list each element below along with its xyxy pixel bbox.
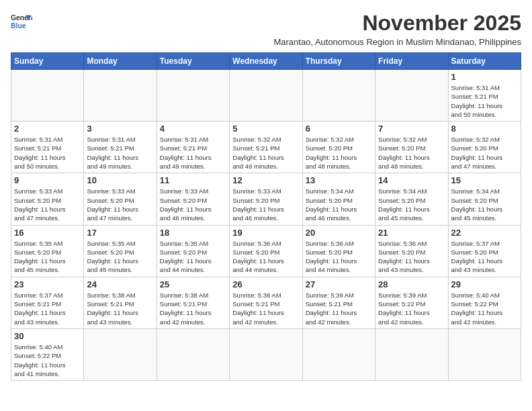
day-info: Sunrise: 5:38 AM Sunset: 5:21 PM Dayligh… <box>87 291 153 326</box>
day-header-saturday: Saturday <box>448 53 521 70</box>
day-info: Sunrise: 5:31 AM Sunset: 5:21 PM Dayligh… <box>160 135 226 171</box>
calendar-cell <box>157 328 229 380</box>
day-number: 11 <box>160 175 226 185</box>
calendar-cell <box>302 328 375 380</box>
calendar-cell <box>84 70 157 122</box>
day-info: Sunrise: 5:36 AM Sunset: 5:20 PM Dayligh… <box>378 239 445 275</box>
calendar-week-2: 2Sunrise: 5:31 AM Sunset: 5:21 PM Daylig… <box>11 122 521 173</box>
calendar-table: SundayMondayTuesdayWednesdayThursdayFrid… <box>11 52 521 381</box>
calendar-cell: 4Sunrise: 5:31 AM Sunset: 5:21 PM Daylig… <box>157 122 229 173</box>
calendar-cell: 13Sunrise: 5:34 AM Sunset: 5:20 PM Dayli… <box>302 173 375 225</box>
day-info: Sunrise: 5:35 AM Sunset: 5:20 PM Dayligh… <box>160 239 226 275</box>
day-number: 15 <box>451 175 518 185</box>
day-info: Sunrise: 5:35 AM Sunset: 5:20 PM Dayligh… <box>14 239 81 275</box>
day-number: 27 <box>306 279 372 289</box>
day-number: 30 <box>14 331 81 341</box>
calendar-week-1: 1Sunrise: 5:31 AM Sunset: 5:21 PM Daylig… <box>11 70 521 122</box>
day-number: 6 <box>306 124 372 134</box>
day-number: 28 <box>378 279 445 289</box>
day-header-tuesday: Tuesday <box>157 53 229 70</box>
calendar-week-5: 23Sunrise: 5:37 AM Sunset: 5:21 PM Dayli… <box>11 277 521 328</box>
day-info: Sunrise: 5:31 AM Sunset: 5:21 PM Dayligh… <box>87 135 153 171</box>
day-number: 4 <box>160 124 226 134</box>
day-number: 24 <box>87 279 153 289</box>
day-info: Sunrise: 5:32 AM Sunset: 5:20 PM Dayligh… <box>451 135 518 171</box>
day-number: 5 <box>232 124 299 134</box>
day-info: Sunrise: 5:33 AM Sunset: 5:20 PM Dayligh… <box>87 187 153 222</box>
calendar-cell: 6Sunrise: 5:32 AM Sunset: 5:20 PM Daylig… <box>302 122 375 173</box>
day-info: Sunrise: 5:40 AM Sunset: 5:22 PM Dayligh… <box>14 342 81 378</box>
day-info: Sunrise: 5:33 AM Sunset: 5:20 PM Dayligh… <box>232 187 299 222</box>
day-number: 17 <box>87 228 153 238</box>
calendar-week-6: 30Sunrise: 5:40 AM Sunset: 5:22 PM Dayli… <box>11 328 521 380</box>
calendar-cell <box>11 70 84 122</box>
calendar-cell <box>157 70 229 122</box>
calendar-cell: 17Sunrise: 5:35 AM Sunset: 5:20 PM Dayli… <box>84 225 157 277</box>
calendar-cell: 5Sunrise: 5:32 AM Sunset: 5:21 PM Daylig… <box>230 122 302 173</box>
location-subtitle: Marantao, Autonomous Region in Muslim Mi… <box>273 37 521 47</box>
calendar-cell: 3Sunrise: 5:31 AM Sunset: 5:21 PM Daylig… <box>84 122 157 173</box>
day-info: Sunrise: 5:31 AM Sunset: 5:21 PM Dayligh… <box>14 135 81 171</box>
day-number: 13 <box>306 175 372 185</box>
calendar-cell: 12Sunrise: 5:33 AM Sunset: 5:20 PM Dayli… <box>230 173 302 225</box>
calendar-cell: 25Sunrise: 5:38 AM Sunset: 5:21 PM Dayli… <box>157 277 229 328</box>
calendar-cell: 11Sunrise: 5:33 AM Sunset: 5:20 PM Dayli… <box>157 173 229 225</box>
calendar-cell <box>302 70 375 122</box>
day-header-sunday: Sunday <box>11 53 84 70</box>
day-number: 7 <box>378 124 445 134</box>
day-info: Sunrise: 5:34 AM Sunset: 5:20 PM Dayligh… <box>378 187 445 222</box>
day-info: Sunrise: 5:32 AM Sunset: 5:21 PM Dayligh… <box>232 135 299 171</box>
calendar-cell: 1Sunrise: 5:31 AM Sunset: 5:21 PM Daylig… <box>448 70 521 122</box>
logo: General Blue <box>11 11 32 32</box>
calendar-cell: 20Sunrise: 5:36 AM Sunset: 5:20 PM Dayli… <box>302 225 375 277</box>
day-header-wednesday: Wednesday <box>230 53 302 70</box>
calendar-cell: 9Sunrise: 5:33 AM Sunset: 5:20 PM Daylig… <box>11 173 84 225</box>
day-number: 12 <box>232 175 299 185</box>
day-info: Sunrise: 5:34 AM Sunset: 5:20 PM Dayligh… <box>451 187 518 222</box>
day-number: 25 <box>160 279 226 289</box>
calendar-cell: 24Sunrise: 5:38 AM Sunset: 5:21 PM Dayli… <box>84 277 157 328</box>
calendar-cell <box>448 328 521 380</box>
calendar-cell <box>375 70 448 122</box>
day-info: Sunrise: 5:33 AM Sunset: 5:20 PM Dayligh… <box>14 187 81 222</box>
calendar-cell: 10Sunrise: 5:33 AM Sunset: 5:20 PM Dayli… <box>84 173 157 225</box>
day-info: Sunrise: 5:37 AM Sunset: 5:20 PM Dayligh… <box>451 239 518 275</box>
day-number: 19 <box>232 228 299 238</box>
calendar-cell: 8Sunrise: 5:32 AM Sunset: 5:20 PM Daylig… <box>448 122 521 173</box>
day-number: 16 <box>14 228 81 238</box>
day-info: Sunrise: 5:35 AM Sunset: 5:20 PM Dayligh… <box>87 239 153 275</box>
day-info: Sunrise: 5:39 AM Sunset: 5:21 PM Dayligh… <box>306 291 372 326</box>
day-number: 22 <box>451 228 518 238</box>
day-info: Sunrise: 5:36 AM Sunset: 5:20 PM Dayligh… <box>232 239 299 275</box>
page-header: General Blue November 2025 Marantao, Aut… <box>11 11 521 47</box>
calendar-week-3: 9Sunrise: 5:33 AM Sunset: 5:20 PM Daylig… <box>11 173 521 225</box>
day-number: 23 <box>14 279 81 289</box>
day-number: 26 <box>232 279 299 289</box>
calendar-cell: 21Sunrise: 5:36 AM Sunset: 5:20 PM Dayli… <box>375 225 448 277</box>
month-title: November 2025 <box>273 11 521 36</box>
calendar-cell: 26Sunrise: 5:38 AM Sunset: 5:21 PM Dayli… <box>230 277 302 328</box>
day-header-row: SundayMondayTuesdayWednesdayThursdayFrid… <box>11 53 521 70</box>
calendar-cell: 23Sunrise: 5:37 AM Sunset: 5:21 PM Dayli… <box>11 277 84 328</box>
calendar-cell: 29Sunrise: 5:40 AM Sunset: 5:22 PM Dayli… <box>448 277 521 328</box>
title-area: November 2025 Marantao, Autonomous Regio… <box>273 11 521 47</box>
day-number: 9 <box>14 175 81 185</box>
day-header-friday: Friday <box>375 53 448 70</box>
day-info: Sunrise: 5:33 AM Sunset: 5:20 PM Dayligh… <box>160 187 226 222</box>
day-header-thursday: Thursday <box>302 53 375 70</box>
day-number: 10 <box>87 175 153 185</box>
calendar-cell: 2Sunrise: 5:31 AM Sunset: 5:21 PM Daylig… <box>11 122 84 173</box>
calendar-week-4: 16Sunrise: 5:35 AM Sunset: 5:20 PM Dayli… <box>11 225 521 277</box>
calendar-cell: 28Sunrise: 5:39 AM Sunset: 5:22 PM Dayli… <box>375 277 448 328</box>
day-number: 21 <box>378 228 445 238</box>
calendar-cell: 19Sunrise: 5:36 AM Sunset: 5:20 PM Dayli… <box>230 225 302 277</box>
svg-text:Blue: Blue <box>11 22 26 30</box>
calendar-header: SundayMondayTuesdayWednesdayThursdayFrid… <box>11 53 521 70</box>
day-info: Sunrise: 5:36 AM Sunset: 5:20 PM Dayligh… <box>306 239 372 275</box>
calendar-cell <box>375 328 448 380</box>
calendar-cell: 7Sunrise: 5:32 AM Sunset: 5:20 PM Daylig… <box>375 122 448 173</box>
calendar-cell <box>230 70 302 122</box>
calendar-cell: 16Sunrise: 5:35 AM Sunset: 5:20 PM Dayli… <box>11 225 84 277</box>
day-info: Sunrise: 5:31 AM Sunset: 5:21 PM Dayligh… <box>451 83 518 119</box>
calendar-cell: 15Sunrise: 5:34 AM Sunset: 5:20 PM Dayli… <box>448 173 521 225</box>
